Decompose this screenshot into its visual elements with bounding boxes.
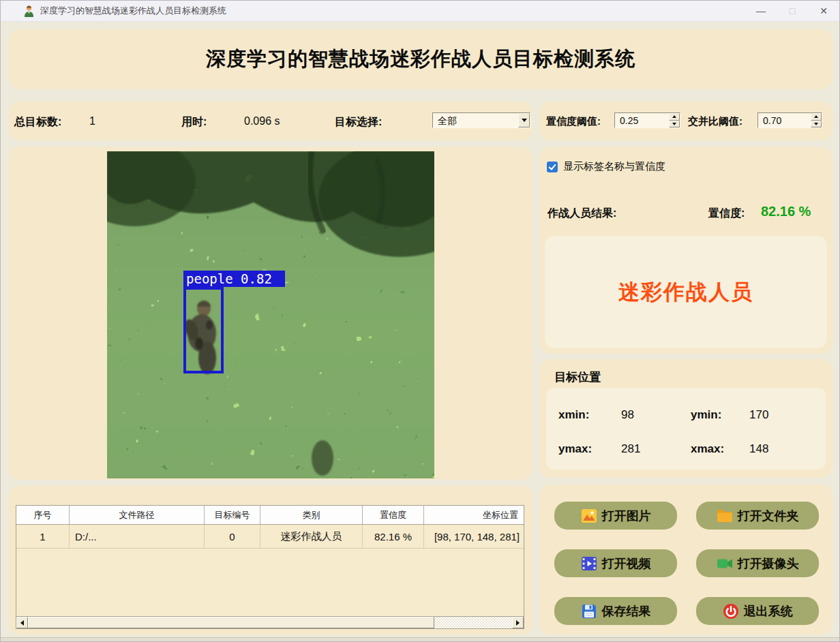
cell-coords[interactable]: [98, 170, 148, 281]: [424, 525, 524, 548]
stats-bar: 总目标数: 1 用时: 0.096 s 目标选择: 全部: [9, 102, 532, 140]
save-results-label: 保存结果: [602, 603, 651, 620]
total-targets-value: 1: [89, 115, 95, 127]
spin-up-icon[interactable]: [669, 113, 680, 121]
show-labels-checkbox-label: 显示标签名称与置信度: [563, 160, 665, 173]
iou-threshold-label: 交并比阈值:: [688, 115, 742, 128]
open-video-button[interactable]: 打开视频: [554, 549, 677, 577]
table-row[interactable]: 1 D:/... 0 迷彩作战人员 82.16 % [98, 170, 148,…: [16, 525, 524, 549]
scrollbar-track[interactable]: [434, 617, 512, 628]
ymin-label: ymin:: [691, 408, 721, 422]
folder-icon: [717, 508, 733, 524]
confidence-value: 82.16 %: [761, 204, 811, 219]
threshold-bar: 置信度阈值: 0.25 交并比阈值: 0.70: [539, 102, 832, 140]
cell-index[interactable]: 1: [16, 525, 70, 548]
detection-label: people 0.82: [183, 271, 285, 287]
cell-target-id[interactable]: 0: [205, 525, 260, 548]
image-icon: [581, 508, 597, 524]
iou-threshold-spinbox[interactable]: 0.70: [758, 112, 822, 128]
confidence-threshold-spinbox[interactable]: 0.25: [614, 112, 680, 128]
ymin-value: 170: [749, 408, 768, 422]
open-video-label: 打开视频: [602, 555, 651, 572]
total-targets-label: 总目标数:: [14, 115, 61, 129]
forest-photo: [107, 151, 434, 478]
spin-down-icon[interactable]: [669, 121, 680, 128]
cell-confidence[interactable]: 82.16 %: [363, 525, 424, 548]
target-select-label: 目标选择:: [335, 115, 382, 129]
time-label: 用时:: [181, 115, 207, 129]
cell-filepath[interactable]: D:/...: [70, 525, 205, 548]
col-header-index[interactable]: 序号: [16, 506, 70, 524]
page-title: 深度学习的智慧战场迷彩作战人员目标检测系统: [206, 46, 635, 73]
col-header-target-id[interactable]: 目标编号: [205, 506, 260, 524]
table-header-row: 序号 文件路径 目标编号 类别 置信度 坐标位置: [16, 506, 524, 525]
window-bottom-edge: [1, 637, 839, 641]
target-select-value: 全部: [433, 113, 518, 127]
close-button[interactable]: ✕: [808, 1, 839, 21]
window-controls: — □ ✕: [745, 1, 839, 21]
target-select-dropdown[interactable]: 全部: [432, 112, 530, 128]
confidence-threshold-value[interactable]: 0.25: [615, 113, 669, 127]
scroll-right-icon[interactable]: [512, 617, 524, 628]
xmin-label: xmin:: [558, 408, 589, 422]
result-label: 作战人员结果:: [548, 207, 616, 221]
iou-threshold-value[interactable]: 0.70: [758, 113, 811, 127]
maximize-button[interactable]: □: [777, 1, 808, 21]
results-table: 序号 文件路径 目标编号 类别 置信度 坐标位置 1 D:/... 0 迷彩作战…: [16, 505, 524, 629]
col-header-class[interactable]: 类别: [260, 506, 363, 524]
chevron-down-icon[interactable]: [518, 113, 530, 127]
spin-up-icon[interactable]: [811, 113, 822, 121]
open-image-button[interactable]: 打开图片: [554, 502, 677, 530]
scrollbar-thumb[interactable]: [28, 617, 434, 628]
app-window: 深度学习的智慧战场迷彩作战人员目标检测系统 — □ ✕ 深度学习的智慧战场迷彩作…: [0, 0, 840, 642]
open-camera-button[interactable]: 打开摄像头: [696, 549, 819, 577]
window-title: 深度学习的智慧战场迷彩作战人员目标检测系统: [40, 5, 226, 17]
open-camera-label: 打开摄像头: [738, 555, 799, 572]
save-icon: [581, 603, 597, 620]
show-labels-checkbox-row[interactable]: 显示标签名称与置信度: [547, 160, 665, 173]
xmin-value: 98: [621, 408, 634, 422]
col-header-coords[interactable]: 坐标位置: [424, 506, 524, 524]
title-bar: 深度学习的智慧战场迷彩作战人员目标检测系统 — □ ✕: [1, 1, 839, 22]
spin-down-icon[interactable]: [811, 121, 822, 128]
results-panel: 显示标签名称与置信度 作战人员结果: 置信度: 82.16 % 迷彩作战人员: [539, 147, 832, 354]
col-header-filepath[interactable]: 文件路径: [70, 506, 205, 524]
confidence-label: 置信度:: [708, 207, 745, 221]
power-icon: [723, 603, 739, 620]
app-icon: [23, 5, 35, 18]
image-viewer-panel: people 0.82: [9, 147, 532, 480]
camera-icon: [717, 555, 733, 572]
detection-image: people 0.82: [107, 151, 434, 478]
exit-system-button[interactable]: 退出系统: [696, 597, 819, 625]
checkbox-checked-icon[interactable]: [547, 162, 558, 172]
xmax-value: 148: [749, 442, 768, 456]
save-results-button[interactable]: 保存结果: [554, 597, 677, 625]
minimize-button[interactable]: —: [745, 1, 777, 21]
col-header-confidence[interactable]: 置信度: [363, 506, 424, 524]
open-image-label: 打开图片: [602, 508, 651, 524]
open-folder-label: 打开文件夹: [738, 508, 799, 524]
confidence-threshold-label: 置信度阈值:: [546, 115, 601, 128]
time-value: 0.096 s: [244, 115, 280, 127]
target-position-panel: 目标位置 xmin: 98 ymin: 170 ymax: 281 xmax: …: [539, 359, 832, 478]
detection-bounding-box: [183, 287, 224, 373]
cell-class[interactable]: 迷彩作战人员: [260, 525, 363, 548]
results-table-panel: 序号 文件路径 目标编号 类别 置信度 坐标位置 1 D:/... 0 迷彩作战…: [9, 486, 532, 635]
open-folder-button[interactable]: 打开文件夹: [696, 502, 819, 530]
horizontal-scrollbar[interactable]: [16, 616, 524, 628]
target-position-title: 目标位置: [554, 369, 601, 385]
result-class-box: 迷彩作战人员: [545, 236, 827, 348]
header-panel: 深度学习的智慧战场迷彩作战人员目标检测系统: [9, 29, 832, 89]
exit-system-label: 退出系统: [744, 603, 793, 620]
xmax-label: xmax:: [691, 442, 724, 456]
result-class-name: 迷彩作战人员: [618, 278, 753, 307]
ymax-label: ymax:: [558, 442, 592, 456]
action-buttons-panel: 打开图片 打开文件夹 打开视频 打开摄像头: [539, 485, 832, 635]
video-icon: [581, 555, 597, 572]
ymax-value: 281: [621, 442, 640, 456]
scroll-left-icon[interactable]: [16, 617, 28, 628]
target-position-box: xmin: 98 ymin: 170 ymax: 281 xmax: 148: [546, 388, 826, 470]
